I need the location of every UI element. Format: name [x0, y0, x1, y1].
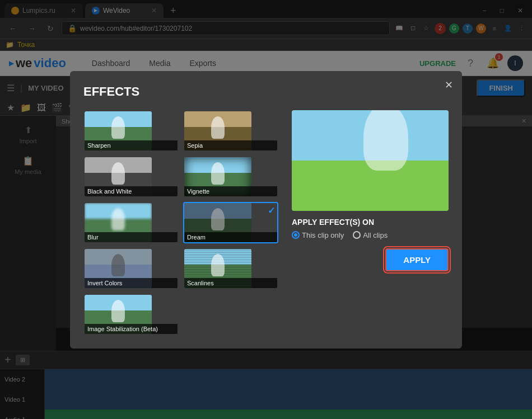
effect-stabilize-label: Image Stabilization (Beta) — [85, 324, 178, 334]
effect-dream[interactable]: Dream ✓ — [183, 202, 278, 243]
apply-on-label: APPLY EFFECT(S) ON — [292, 218, 449, 227]
effects-modal: ✕ EFFECTS Sharpen Sepia Black and White — [70, 71, 462, 349]
radio-all-clips[interactable]: All clips — [353, 231, 388, 239]
effect-preview-panel: APPLY EFFECT(S) ON This clip only All cl… — [292, 110, 449, 335]
effects-grid: Sharpen Sepia Black and White Vignette — [83, 110, 278, 335]
apply-on-options: This clip only All clips — [292, 231, 449, 239]
effect-scanlines[interactable]: Scanlines — [183, 248, 278, 289]
modal-overlay: ✕ EFFECTS Sharpen Sepia Black and White — [0, 0, 532, 419]
radio-this-clip-dot — [292, 231, 300, 239]
effect-blur[interactable]: Blur — [83, 202, 179, 243]
effect-sepia-label: Sepia — [184, 140, 277, 150]
modal-close-button[interactable]: ✕ — [445, 79, 453, 91]
effect-invert-label: Invert Colors — [85, 278, 178, 288]
effect-sharpen-label: Sharpen — [85, 140, 178, 150]
effect-vignette[interactable]: Vignette — [183, 156, 278, 197]
effect-stabilize[interactable]: Image Stabilization (Beta) — [83, 294, 179, 335]
radio-all-clips-dot — [353, 231, 361, 239]
effect-scanlines-label: Scanlines — [184, 278, 277, 288]
modal-title: EFFECTS — [83, 84, 449, 99]
effect-bw-label: Black and White — [85, 186, 178, 196]
radio-all-clips-label: All clips — [363, 231, 388, 239]
radio-this-clip[interactable]: This clip only — [292, 231, 344, 239]
radio-this-clip-label: This clip only — [302, 231, 344, 239]
effect-blur-label: Blur — [85, 232, 178, 242]
preview-woman-image — [292, 110, 449, 211]
effect-dream-label: Dream — [184, 232, 277, 242]
effect-sharpen[interactable]: Sharpen — [83, 110, 179, 152]
effect-bw[interactable]: Black and White — [83, 156, 179, 197]
apply-btn-wrapper: APPLY — [292, 248, 449, 271]
modal-content: Sharpen Sepia Black and White Vignette — [83, 110, 449, 335]
effect-vignette-label: Vignette — [184, 186, 277, 196]
effect-sepia[interactable]: Sepia — [183, 110, 278, 152]
apply-button[interactable]: APPLY — [385, 248, 449, 271]
effect-preview-image — [292, 110, 449, 211]
effect-dream-check: ✓ — [268, 205, 275, 216]
effect-invert[interactable]: Invert Colors — [83, 248, 179, 289]
